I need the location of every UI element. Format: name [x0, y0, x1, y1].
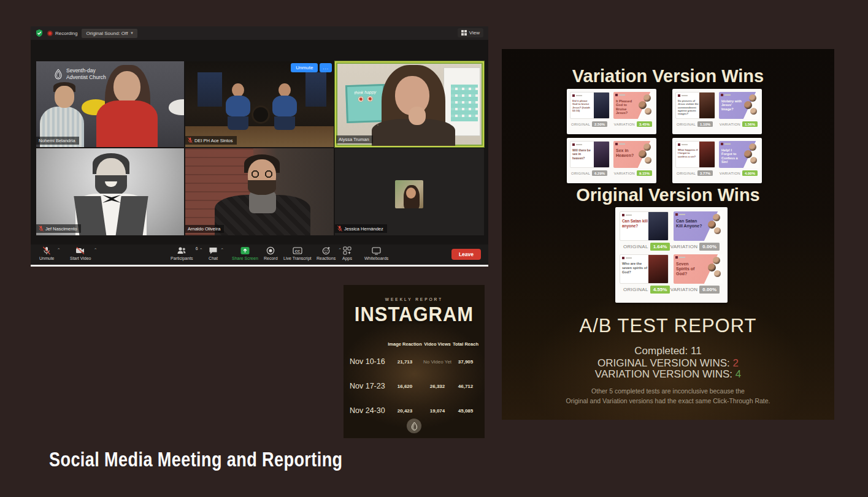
- original-thumbnail: Can Satan kill anyone?: [620, 211, 669, 241]
- chevron-up-icon[interactable]: ⌃: [199, 248, 203, 252]
- sticky-notes-shape: [451, 85, 478, 121]
- recording-indicator: Recording: [47, 31, 77, 36]
- avatar-circles: [744, 143, 758, 165]
- zoom-toolbar: Unmute ⌃ Start Video ⌃ Pa: [31, 245, 488, 265]
- variation-thumbnail: Help! I Forgot to Confess a Sin!: [719, 141, 759, 168]
- chevron-up-icon[interactable]: ⌃: [338, 248, 342, 252]
- person-silhouette: [115, 196, 148, 235]
- person-silhouette: [248, 180, 276, 195]
- original-sound-toggle[interactable]: Original Sound: Off ▾: [82, 29, 137, 38]
- video-tile-nohemi[interactable]: Seventh-day Adventist Church Nohemi Bela…: [36, 61, 184, 147]
- svg-text:CC: CC: [294, 249, 300, 253]
- person-silhouette: [113, 71, 140, 103]
- original-wins-card: Can Satan kill anyone? Can Satan Kill An…: [615, 207, 728, 303]
- sda-flame-icon: [53, 69, 63, 80]
- ab-test-card: Do pictures of Jesus violate the command…: [672, 89, 762, 134]
- slide-canvas: Recording Original Sound: Off ▾ View Se: [0, 0, 868, 497]
- variation-wins-value: 4: [735, 368, 741, 380]
- variation-ctr-badge: 0.00%: [699, 286, 720, 294]
- muted-mic-icon: [39, 226, 44, 232]
- participant-name-tag: Arnaldo Oliveira: [185, 225, 224, 233]
- variation-thumbnail: Sex in Heaven?: [613, 141, 653, 168]
- record-button[interactable]: Record: [264, 246, 278, 260]
- share-screen-button[interactable]: Share Screen: [232, 246, 258, 260]
- participants-button[interactable]: Participants 6 ⌃: [171, 246, 193, 260]
- avatar-circles: [708, 214, 721, 236]
- flower-shape: [358, 96, 364, 102]
- gallery-view-icon: [461, 30, 467, 36]
- chair-shape-white: [169, 99, 184, 115]
- whiteboards-button[interactable]: Whiteboards: [364, 246, 388, 260]
- participant-name-tag: Jef Nascimento: [36, 224, 81, 233]
- original-ctr-badge: 2.50%: [592, 121, 607, 127]
- instagram-report-panel: WEEKLY REPORT INSTAGRAM Image Reaction V…: [344, 285, 485, 438]
- variation-wins-title: Variation Version Wins: [502, 66, 834, 86]
- studio-table-shape: [252, 105, 270, 124]
- video-tile-alyssa-active-speaker[interactable]: think happy Alyssa Truman: [335, 61, 484, 147]
- person-silhouette: [96, 101, 158, 147]
- chevron-up-icon[interactable]: ⌃: [57, 248, 61, 252]
- tile-hover-controls: Unmute ...: [291, 63, 332, 72]
- leave-button[interactable]: Leave: [451, 249, 481, 260]
- profile-photo: [395, 180, 423, 208]
- original-wins-value: 2: [732, 357, 738, 369]
- chevron-up-icon[interactable]: ⌃: [220, 248, 224, 252]
- video-tile-arnaldo[interactable]: Arnaldo Oliveira: [185, 148, 334, 235]
- original-sound-label: Original Sound: Off: [86, 31, 128, 36]
- thumbnail-photo: [594, 142, 609, 167]
- avatar-circles: [639, 94, 652, 116]
- original-ctr-badge: 1.64%: [650, 243, 670, 251]
- video-tile-jef[interactable]: Jef Nascimento: [36, 148, 184, 235]
- ab-test-panel: Variation Version Wins Did it please God…: [502, 49, 834, 420]
- original-ctr-badge: 3.77%: [697, 170, 713, 176]
- video-tile-ace[interactable]: Unmute ... DEI PH Ace Sintos: [185, 61, 334, 147]
- thumbnail-photo: [648, 255, 668, 283]
- reactions-button[interactable]: Reactions ⌃: [317, 246, 336, 260]
- report-footnote: Other 5 completed tests are inconclusive…: [502, 387, 834, 406]
- thumbnail-photo: [699, 142, 715, 167]
- camera-off-icon: [75, 246, 85, 255]
- instagram-title: INSTAGRAM: [344, 303, 485, 326]
- studio-screen-shape: [305, 72, 326, 107]
- unmute-participant-button[interactable]: Unmute: [291, 63, 318, 72]
- thumbnail-photo: [648, 212, 668, 240]
- variation-thumbnail: Seven Spirits of God?: [674, 254, 723, 284]
- view-button[interactable]: View: [458, 28, 483, 37]
- video-tile-jessica-video-off[interactable]: Jessica Hernández: [335, 148, 484, 235]
- chevron-down-icon: ▾: [131, 31, 133, 36]
- thumbnail-photo: [594, 93, 609, 118]
- chat-button[interactable]: Chat ⌃: [209, 246, 218, 260]
- encryption-shield-icon: [36, 29, 43, 37]
- chevron-up-icon[interactable]: ⌃: [94, 248, 98, 252]
- ab-test-card: Will there be sex in heaven? Sex in Heav…: [567, 138, 656, 183]
- participant-name-tag: DEI PH Ace Sintos: [185, 136, 237, 145]
- more-options-button[interactable]: ...: [320, 63, 332, 72]
- thumbnail-photo: [699, 93, 715, 118]
- col-total-reach: Total Reach: [453, 341, 478, 347]
- person-silhouette: [406, 188, 416, 199]
- instagram-table: Image Reaction Video Views Total Reach N…: [350, 341, 478, 423]
- participant-name-tag: Alyssa Truman: [336, 135, 373, 143]
- report-kicker: WEEKLY REPORT: [344, 297, 485, 302]
- muted-mic-icon: [188, 137, 193, 143]
- table-row: Nov 17-23 16,620 26,332 46,712: [350, 374, 478, 398]
- variation-wins-line: VARIATION VERSION WINS: 4: [502, 368, 834, 381]
- zoom-top-bar: Recording Original Sound: Off ▾ View: [31, 26, 488, 40]
- think-happy-sign: think happy: [345, 84, 386, 123]
- mini-brand-icon: [572, 143, 575, 146]
- unmute-button[interactable]: Unmute ⌃: [39, 246, 55, 260]
- flower-shape: [367, 96, 373, 102]
- col-video-views: Video Views: [422, 341, 453, 347]
- live-transcript-button[interactable]: CC Live Transcript: [283, 246, 312, 260]
- smiley-reactions-icon: [322, 246, 331, 255]
- watermark-text: Seventh-day Adventist Church: [66, 67, 106, 80]
- apps-button[interactable]: Apps: [342, 246, 352, 260]
- mini-brand-icon: [721, 143, 723, 145]
- original-thumbnail: Do pictures of Jesus violate the command…: [675, 92, 715, 119]
- mini-brand-icon: [675, 213, 678, 216]
- original-thumbnail: Who are the seven spirits of God?: [620, 254, 669, 284]
- ab-test-row: Who are the seven spirits of God? Seven …: [620, 254, 723, 294]
- table-header-row: Image Reaction Video Views Total Reach: [350, 341, 478, 347]
- start-video-button[interactable]: Start Video ⌃: [70, 246, 91, 260]
- avatar-circles: [639, 143, 652, 165]
